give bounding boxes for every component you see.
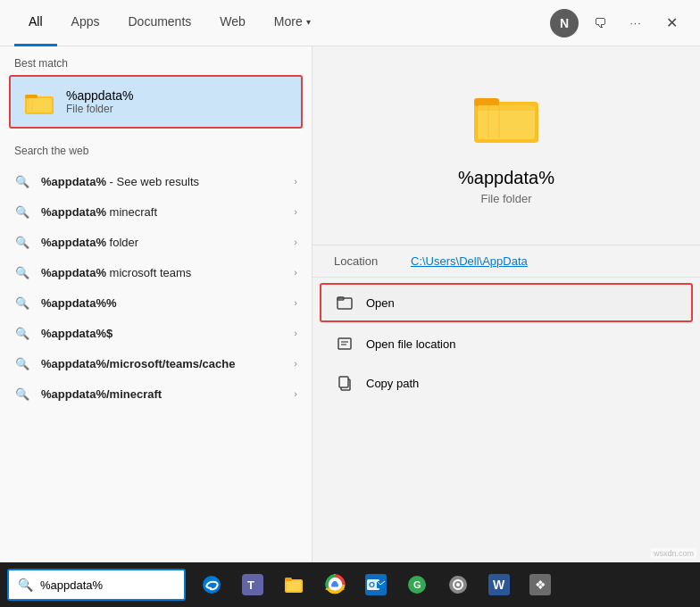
svg-point-34: [456, 583, 460, 586]
svg-text:W: W: [493, 578, 505, 592]
chevron-right-icon: ›: [294, 297, 297, 308]
taskbar-search-icon: 🔍: [18, 578, 33, 592]
search-item-text: %appdata% - See web results: [41, 175, 283, 188]
list-item[interactable]: 🔍 %appdata%$ ›: [0, 318, 312, 348]
location-label: Location: [334, 254, 396, 268]
tab-all[interactable]: All: [14, 0, 57, 46]
tab-web[interactable]: Web: [205, 0, 260, 46]
taskbar: 🔍 %appdata% T: [0, 562, 700, 607]
best-match-item[interactable]: %appdata% File folder: [9, 75, 303, 129]
copy-path-label: Copy path: [366, 377, 419, 390]
chevron-right-icon: ›: [294, 176, 297, 187]
location-link[interactable]: C:\Users\Dell\AppData: [411, 254, 528, 268]
feedback-button[interactable]: 🗨: [586, 9, 614, 37]
close-button[interactable]: ✕: [657, 9, 686, 37]
list-item[interactable]: 🔍 %appdata% folder ›: [0, 227, 312, 257]
list-item[interactable]: 🔍 %appdata% - See web results ›: [0, 166, 312, 196]
taskbar-search-box[interactable]: 🔍 %appdata%: [7, 569, 186, 601]
nav-tabs: All Apps Documents Web More N 🗨 ··· ✕: [0, 0, 700, 46]
action-list: Open Open file location: [312, 281, 700, 403]
svg-rect-6: [474, 98, 499, 106]
chevron-right-icon: ›: [294, 328, 297, 338]
right-content: %appdata% File folder: [312, 46, 700, 245]
search-item-text: %appdata%/minecraft: [41, 387, 283, 401]
taskbar-outlook-icon[interactable]: O: [357, 566, 395, 603]
search-item-text: %appdata%%: [41, 296, 283, 310]
file-location-icon: [336, 335, 354, 353]
search-item-text: %appdata%/microsoft/teams/cache: [41, 357, 283, 370]
chevron-right-icon: ›: [294, 358, 297, 369]
folder-icon: [23, 86, 55, 118]
search-item-text: %appdata% minecraft: [41, 205, 283, 219]
tab-documents[interactable]: Documents: [113, 0, 205, 46]
search-icon: 🔍: [14, 173, 30, 189]
best-match-text: %appdata% File folder: [66, 88, 134, 115]
more-options-button[interactable]: ···: [621, 9, 650, 37]
list-item[interactable]: 🔍 %appdata% microsoft teams ›: [0, 257, 312, 287]
svg-rect-23: [287, 581, 301, 591]
taskbar-word-icon[interactable]: W: [480, 566, 518, 603]
copy-path-action[interactable]: Copy path: [312, 363, 700, 403]
search-icon: 🔍: [14, 386, 30, 402]
open-action[interactable]: Open: [320, 283, 693, 322]
large-folder-icon: [471, 82, 542, 154]
svg-rect-17: [339, 377, 348, 387]
search-item-text: %appdata%$: [41, 327, 283, 340]
svg-rect-2: [27, 98, 52, 112]
content-area: Best match %appdata% File folder: [0, 46, 700, 562]
location-row: Location C:\Users\Dell\AppData: [312, 245, 700, 278]
search-icon: 🔍: [14, 355, 30, 371]
taskbar-misc-icon[interactable]: [439, 566, 477, 603]
chevron-right-icon: ›: [294, 267, 297, 278]
right-subtitle: File folder: [480, 192, 531, 205]
svg-text:❖: ❖: [535, 578, 546, 592]
search-icon: 🔍: [14, 234, 30, 250]
left-panel: Best match %appdata% File folder: [0, 46, 312, 562]
watermark: wsxdn.com: [651, 548, 696, 559]
list-item[interactable]: 🔍 %appdata%% ›: [0, 287, 312, 318]
chevron-right-icon: ›: [294, 206, 297, 217]
top-controls: N 🗨 ··· ✕: [550, 9, 686, 37]
open-icon: [336, 294, 354, 312]
right-panel: %appdata% File folder Location C:\Users\…: [312, 46, 700, 562]
list-item[interactable]: 🔍 %appdata% minecraft ›: [0, 196, 312, 227]
tab-more[interactable]: More: [260, 0, 325, 46]
start-menu: All Apps Documents Web More N 🗨 ··· ✕ Be…: [0, 0, 700, 562]
svg-rect-22: [285, 578, 292, 581]
taskbar-search-text: %appdata%: [40, 578, 103, 592]
taskbar-edge-icon[interactable]: [193, 566, 230, 603]
svg-text:O: O: [369, 580, 375, 589]
search-icon: 🔍: [14, 204, 30, 220]
best-match-label: Best match: [0, 46, 312, 75]
svg-text:T: T: [247, 578, 254, 592]
taskbar-teams-icon[interactable]: T: [234, 566, 271, 603]
taskbar-chrome-icon[interactable]: [316, 566, 354, 603]
search-item-text: %appdata% microsoft teams: [41, 266, 283, 279]
chevron-right-icon: ›: [294, 237, 297, 247]
svg-text:G: G: [413, 579, 421, 590]
search-icon: 🔍: [14, 295, 30, 311]
list-item[interactable]: 🔍 %appdata%/microsoft/teams/cache ›: [0, 348, 312, 378]
list-item[interactable]: 🔍 %appdata%/minecraft ›: [0, 378, 312, 409]
search-item-text: %appdata% folder: [41, 236, 283, 249]
chevron-right-icon: ›: [294, 388, 297, 399]
search-web-label: Search the web: [0, 134, 312, 162]
tab-apps[interactable]: Apps: [57, 0, 114, 46]
svg-rect-8: [478, 105, 535, 111]
search-icon: 🔍: [14, 264, 30, 280]
svg-rect-1: [25, 95, 38, 98]
search-list: 🔍 %appdata% - See web results › 🔍 %appda…: [0, 162, 312, 412]
copy-icon: [336, 374, 354, 392]
search-icon: 🔍: [14, 325, 30, 341]
taskbar-extra-icon[interactable]: ❖: [521, 566, 559, 603]
open-file-location-label: Open file location: [366, 337, 455, 351]
right-title: %appdata%: [458, 168, 554, 188]
open-label: Open: [366, 296, 395, 310]
taskbar-chrome2-icon[interactable]: G: [398, 566, 436, 603]
svg-rect-13: [338, 338, 351, 349]
avatar[interactable]: N: [550, 9, 579, 37]
taskbar-explorer-icon[interactable]: [275, 566, 312, 603]
open-file-location-action[interactable]: Open file location: [312, 324, 700, 363]
